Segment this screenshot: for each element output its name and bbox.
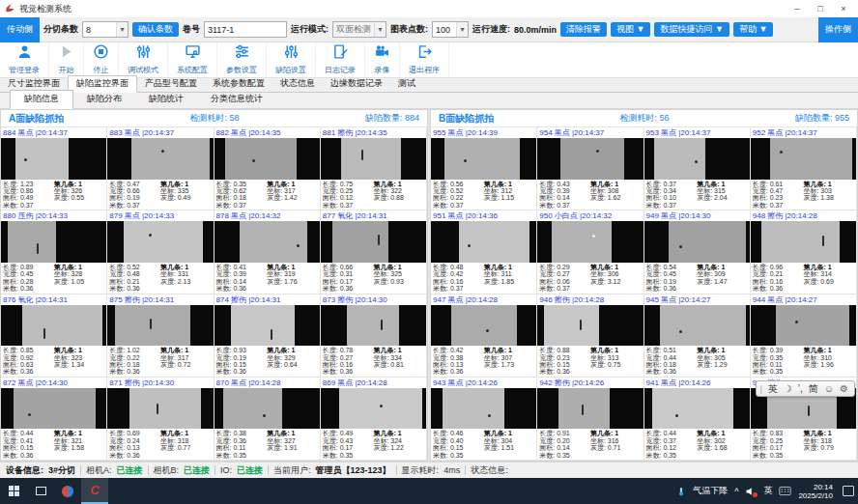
- defect-cell[interactable]: 871 擦伤 |20:14:30长度: 0.69宽度: 0.24面积: 0.13…: [107, 378, 214, 461]
- defect-cell[interactable]: 882 黑点 |20:14:35长度: 0.35宽度: 0.62面积: 0.18…: [214, 127, 321, 210]
- defect-cell[interactable]: 869 黑点 |20:14:28长度: 0.49宽度: 0.43面积: 0.17…: [321, 378, 427, 461]
- defect-cell[interactable]: 948 擦伤 |20:14:28长度: 0.96宽度: 0.21面积: 0.16…: [751, 210, 857, 294]
- defect-cell[interactable]: 943 黑点 |20:14:26长度: 0.46宽度: 0.40面积: 0.15…: [431, 378, 537, 461]
- operate-side-button[interactable]: 操作侧: [818, 17, 858, 42]
- defect-cell[interactable]: 884 黑点 |20:14:37长度: 1.23宽度: 0.86面积: 0.49…: [1, 127, 107, 210]
- active-app-button[interactable]: C: [81, 478, 108, 504]
- start-button[interactable]: [0, 478, 27, 504]
- tab-main-6[interactable]: 测试: [390, 76, 423, 92]
- pinned-app-icon: [61, 485, 74, 498]
- defect-cell-header: 877 氧化 |20:14:31: [321, 210, 426, 221]
- defect-image: [751, 305, 856, 347]
- tab-sub-0[interactable]: 缺陷信息: [10, 90, 73, 109]
- task-view-button[interactable]: [27, 478, 54, 504]
- defect-cell[interactable]: 945 黑点 |20:14:27长度: 0.51宽度: 0.44面积: 0.18…: [644, 294, 751, 378]
- tab-main-2[interactable]: 产品型号配置: [137, 76, 205, 92]
- metric-strip: 第几条: 1: [697, 264, 748, 270]
- metric-strip: 第几条: 1: [484, 181, 535, 187]
- defect-cell[interactable]: 942 擦伤 |20:14:26长度: 0.91宽度: 0.20面积: 0.14…: [537, 378, 644, 461]
- confirm-count-button[interactable]: 确认条数: [132, 22, 179, 37]
- ime-settings-gear-icon[interactable]: ⚙: [840, 383, 848, 394]
- tab-main-5[interactable]: 边缘数据记录: [323, 76, 390, 92]
- run-mode-value: 双面检测: [336, 23, 371, 36]
- defect-cell[interactable]: 876 氧化 |20:14:31长度: 0.85宽度: 0.92面积: 0.63…: [1, 294, 107, 378]
- defect-cell[interactable]: 955 黑点 |20:14:39长度: 0.56宽度: 0.52面积: 0.22…: [431, 127, 537, 210]
- defect-cell[interactable]: 873 擦伤 |20:14:30长度: 0.78宽度: 0.27面积: 0.16…: [321, 294, 427, 378]
- run-mode-select[interactable]: 双面检测▼: [332, 21, 386, 38]
- metric-area: 面积: 0.16: [323, 361, 374, 368]
- close-button[interactable]: ×: [833, 2, 854, 15]
- defect-metrics-right: 第几条: 1坐标: 335灰度: 0.49: [160, 181, 212, 210]
- help-menu-button[interactable]: 帮助 ▼: [733, 22, 773, 37]
- defect-image: [214, 305, 320, 347]
- drive-side-button[interactable]: 传动侧: [0, 17, 40, 42]
- ime-lang-toggle[interactable]: 英: [768, 382, 778, 396]
- defect-cell[interactable]: 879 黑点 |20:14:33长度: 0.52宽度: 0.48面积: 0.21…: [107, 210, 214, 294]
- defect-cell[interactable]: 877 氧化 |20:14:31长度: 0.66宽度: 0.31面积: 0.17…: [321, 210, 427, 294]
- ribbon-button-5[interactable]: 参数设置: [217, 42, 267, 77]
- defect-cell[interactable]: 947 黑点 |20:14:28长度: 0.42宽度: 0.38面积: 0.13…: [431, 294, 537, 378]
- ime-simplified-toggle[interactable]: 简: [809, 382, 818, 396]
- defect-cell[interactable]: 883 黑点 |20:14:37长度: 0.47宽度: 0.66面积: 0.19…: [107, 127, 214, 210]
- clock[interactable]: 20:14 2025/2/10: [798, 483, 833, 500]
- defect-cell[interactable]: 953 黑点 |20:14:37长度: 0.37宽度: 0.34面积: 0.10…: [644, 127, 751, 210]
- defect-cell[interactable]: 881 擦伤 |20:14:35长度: 0.75宽度: 0.25面积: 0.12…: [321, 127, 427, 210]
- defect-cell[interactable]: 954 黑点 |20:14:37长度: 0.43宽度: 0.39面积: 0.14…: [537, 127, 644, 210]
- ribbon-button-1[interactable]: 开始: [49, 42, 84, 77]
- thermometer-icon[interactable]: [676, 485, 686, 498]
- ribbon-button-3[interactable]: 调试模式: [119, 42, 168, 77]
- ribbon-button-9[interactable]: 退出程序: [400, 42, 449, 77]
- minimize-button[interactable]: –: [786, 2, 808, 15]
- tab-sub-3[interactable]: 分类信息统计: [197, 91, 276, 108]
- defect-cell[interactable]: 944 黑点 |20:14:27长度: 0.39宽度: 0.35面积: 0.11…: [751, 294, 857, 378]
- maximize-button[interactable]: □: [810, 2, 831, 15]
- slit-count-select[interactable]: 8▼: [82, 21, 129, 38]
- notification-center-icon[interactable]: [843, 486, 854, 496]
- window-title: 视觉检测系统: [19, 3, 72, 15]
- defect-cell[interactable]: 952 黑点 |20:14:37长度: 0.61宽度: 0.47面积: 0.23…: [751, 127, 857, 210]
- tab-sub-2[interactable]: 缺陷统计: [135, 91, 197, 108]
- defect-cell[interactable]: 872 黑点 |20:14:30长度: 0.44宽度: 0.41面积: 0.15…: [1, 378, 107, 461]
- metric-area: 面积: 0.17: [323, 278, 374, 285]
- defect-cell[interactable]: 875 擦伤 |20:14:31长度: 1.02宽度: 0.22面积: 0.18…: [107, 294, 214, 378]
- defect-metrics-right: 第几条: 1坐标: 327灰度: 1.91: [267, 430, 318, 459]
- defect-cell[interactable]: 878 黑点 |20:14:32长度: 0.41宽度: 0.39面积: 0.14…: [214, 210, 321, 294]
- ribbon-button-0[interactable]: 管理登录: [0, 42, 49, 77]
- ime-emoji-icon[interactable]: ☺: [824, 383, 834, 394]
- ribbon-button-4[interactable]: 系统配置: [168, 42, 217, 77]
- tab-main-3[interactable]: 系统参数配置: [205, 76, 272, 92]
- defect-metrics-left: 长度: 0.96宽度: 0.21面积: 0.16米数: 0.36: [753, 264, 804, 293]
- os-taskbar: C 气温下降 ^ 英 20:14 2025/2/10: [0, 478, 858, 504]
- defect-cell[interactable]: 951 黑点 |20:14:36长度: 0.48宽度: 0.42面积: 0.16…: [431, 210, 537, 294]
- ribbon-button-2[interactable]: 停止: [84, 42, 119, 77]
- defect-cell[interactable]: 949 黑点 |20:14:30长度: 0.54宽度: 0.45面积: 0.19…: [644, 210, 751, 294]
- pinned-app-button[interactable]: [54, 478, 81, 504]
- ime-punctuation-toggle[interactable]: ’,: [798, 383, 803, 394]
- defect-cell[interactable]: 870 黑点 |20:14:28长度: 0.38宽度: 0.36面积: 0.11…: [214, 378, 321, 461]
- defect-cell[interactable]: 946 擦伤 |20:14:28长度: 0.88宽度: 0.23面积: 0.15…: [537, 294, 644, 378]
- defect-cell[interactable]: 874 擦伤 |20:14:31长度: 0.93宽度: 0.19面积: 0.15…: [214, 294, 321, 378]
- keyboard-icon[interactable]: [779, 486, 791, 496]
- volume-button[interactable]: [745, 486, 757, 497]
- chart-points-select[interactable]: 100▼: [432, 21, 469, 38]
- clear-alarm-button[interactable]: 清除报警: [560, 22, 607, 37]
- ribbon-button-6[interactable]: 缺陷设置: [267, 42, 316, 77]
- data-quick-access-menu-button[interactable]: 数据快捷访问 ▼: [654, 22, 729, 37]
- tab-sub-1[interactable]: 缺陷分布: [73, 91, 135, 108]
- roll-number-input[interactable]: [204, 21, 287, 38]
- defect-cell[interactable]: 941 黑点 |20:14:26长度: 0.44宽度: 0.37面积: 0.12…: [644, 378, 751, 461]
- ribbon-button-8[interactable]: 录像: [365, 42, 400, 77]
- ime-language-indicator[interactable]: 英: [763, 485, 772, 497]
- tab-main-4[interactable]: 状态信息: [272, 76, 323, 92]
- defect-mark: [263, 414, 266, 417]
- ime-drag-handle[interactable]: |: [760, 384, 762, 394]
- view-menu-button[interactable]: 视图 ▼: [611, 22, 650, 37]
- defect-cell[interactable]: 950 小白点 |20:14:32长度: 0.29宽度: 0.27面积: 0.0…: [537, 210, 644, 294]
- metric-coordinate: 坐标: 331: [160, 270, 212, 277]
- ime-fullhalf-moon-icon[interactable]: ☽: [784, 383, 792, 394]
- ribbon-button-7[interactable]: 日志记录: [316, 42, 365, 77]
- defect-metrics-right: 第几条: 1坐标: 334灰度: 0.81: [373, 347, 424, 376]
- weather-text[interactable]: 气温下降: [693, 485, 728, 497]
- tray-expand-chevron[interactable]: ^: [734, 487, 738, 496]
- defect-cell[interactable]: 880 压伤 |20:14:33长度: 0.89宽度: 0.45面积: 0.28…: [1, 210, 107, 294]
